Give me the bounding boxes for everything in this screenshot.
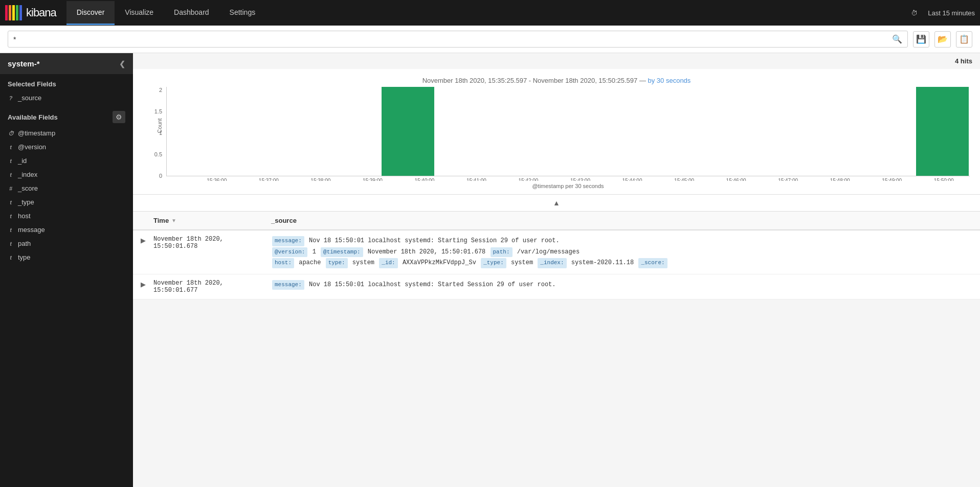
results-table: Time ▼ _source ▶ November 18th 2020, 15:… [133, 212, 980, 299]
field-type-icon-path: t [8, 241, 14, 247]
index-pattern: system-* ❮ [0, 53, 133, 74]
source-field-host-val: apache [299, 259, 324, 266]
nav-dashboard[interactable]: Dashboard [164, 1, 219, 25]
field-id[interactable]: t _id [0, 154, 133, 168]
field-type-icon-source: ? [8, 95, 14, 101]
time-column-label: Time [153, 217, 169, 224]
field-version[interactable]: t @version [0, 140, 133, 154]
bar-14[interactable] [916, 87, 969, 176]
source-field-type-val: system [352, 259, 378, 266]
field-type-icon-index: t [8, 172, 14, 178]
row-time-2: November 18th 2020, 15:50:01.677 [153, 280, 271, 294]
share-search-button[interactable]: 📋 [956, 31, 972, 48]
sidebar: system-* ❮ Selected Fields ? _source Ava… [0, 53, 133, 487]
time-range-label[interactable]: Last 15 minutes [928, 9, 975, 17]
source2-field-message-val: Nov 18 15:50:01 localhost systemd: Start… [309, 281, 555, 288]
col-source-header: _source [271, 217, 972, 224]
sidebar-collapse-button[interactable]: ❮ [119, 60, 125, 68]
logo-bar-4 [16, 5, 18, 20]
field-type-icon-message: t [8, 227, 14, 233]
y-label-2: 2 [159, 87, 162, 93]
selected-fields-header: Selected Fields [0, 74, 133, 91]
field-name-path: path [18, 240, 31, 247]
field-message[interactable]: t message [0, 223, 133, 237]
expand-row-2[interactable]: ▶ [141, 280, 153, 288]
field-type-icon-type: t [8, 199, 14, 205]
chart-interval-link[interactable]: by 30 seconds [648, 77, 691, 84]
nav-visualize[interactable]: Visualize [115, 1, 164, 25]
nav-items: Discover Visualize Dashboard Settings [66, 1, 911, 25]
source-field-ts-val: November 18th 2020, 15:50:01.678 [368, 248, 489, 256]
source-field-index-key: _index: [538, 258, 566, 268]
bar-slot-1 [221, 87, 274, 176]
table-row: ▶ November 18th 2020, 15:50:01.678 messa… [133, 230, 980, 274]
field-path[interactable]: t path [0, 237, 133, 250]
field-name-type: _type [18, 198, 34, 206]
kibana-logo: kibana [5, 5, 56, 20]
hits-bar: 4 hits [133, 53, 980, 69]
source-field-id-val: AXXaVPPkzMkFVdppJ_Sv [403, 259, 480, 266]
bar-4[interactable] [382, 87, 434, 176]
y-axis: 2 1.5 1 0.5 0 [143, 87, 166, 189]
bar-slot-5 [435, 87, 487, 176]
x-label-13: 15:49:00 [866, 178, 918, 181]
field-type-icon-type-bottom: t [8, 254, 14, 261]
bar-slot-8 [595, 87, 648, 176]
chart-container: November 18th 2020, 15:35:25.597 - Novem… [133, 69, 980, 195]
field-host[interactable]: t host [0, 209, 133, 223]
x-label-10: 15:46:00 [710, 178, 762, 181]
nav-discover[interactable]: Discover [66, 1, 115, 25]
nav-right: ⏱ Last 15 minutes [911, 9, 975, 17]
sort-icon: ▼ [171, 218, 176, 223]
field-index[interactable]: t _index [0, 168, 133, 181]
load-search-button[interactable]: 📂 [934, 31, 951, 48]
logo-text: kibana [26, 6, 56, 19]
y-label-0: 0 [159, 173, 162, 179]
logo-bar-5 [19, 5, 22, 20]
logo-bars [5, 5, 22, 20]
index-pattern-label: system-* [8, 59, 40, 68]
field-name-message: message [18, 226, 45, 234]
field-name-timestamp: @timestamp [18, 129, 55, 137]
save-search-button[interactable]: 💾 [913, 31, 929, 48]
field-score[interactable]: # _score [0, 181, 133, 195]
col-time-header[interactable]: Time ▼ [153, 217, 271, 224]
field-type-bottom[interactable]: t type [0, 250, 133, 264]
search-input-wrap: 🔍 [8, 31, 908, 48]
chart-collapse-button[interactable]: ▲ [133, 195, 980, 212]
bar-slot-12 [809, 87, 862, 176]
chart-x-title: @timestamp per 30 seconds [166, 183, 970, 189]
table-row: ▶ November 18th 2020, 15:50:01.677 messa… [133, 274, 980, 299]
x-label-4: 15:40:00 [398, 178, 451, 181]
available-fields-label: Available Fields [8, 113, 58, 121]
source-field-path-key: path: [491, 247, 513, 258]
field-type-icon-version: t [8, 144, 14, 150]
top-navigation: kibana Discover Visualize Dashboard Sett… [0, 0, 980, 26]
source-field-message-key: message: [272, 236, 304, 246]
logo-bar-1 [5, 5, 8, 20]
source-field-message-val: Nov 18 15:50:01 localhost systemd: Start… [309, 237, 560, 244]
bar-slot-9 [649, 87, 701, 176]
selected-field-source[interactable]: ? _source [0, 91, 133, 105]
nav-settings[interactable]: Settings [219, 1, 266, 25]
x-label-11: 15:47:00 [762, 178, 814, 181]
chart-title: November 18th 2020, 15:35:25.597 - Novem… [143, 77, 970, 84]
search-bar: 🔍 💾 📂 📋 [0, 26, 980, 53]
field-timestamp[interactable]: ⏱ @timestamp [0, 126, 133, 140]
field-name-type-bottom: type [18, 253, 31, 261]
expand-row-1[interactable]: ▶ [141, 236, 153, 244]
bar-slot-10 [702, 87, 755, 176]
field-type[interactable]: t _type [0, 195, 133, 209]
logo-bar-2 [9, 5, 11, 20]
source-field-version-val: 1 [313, 248, 320, 256]
search-button[interactable]: 🔍 [892, 34, 902, 44]
bar-slot-2 [275, 87, 327, 176]
fields-settings-button[interactable]: ⚙ [113, 111, 125, 123]
main-content: 4 hits November 18th 2020, 15:35:25.597 … [133, 53, 980, 487]
field-name-source: _source [18, 94, 41, 102]
search-input[interactable] [13, 35, 892, 43]
chart-separator: — [639, 77, 648, 84]
x-label-1: 15:37:00 [243, 178, 295, 181]
clock-icon: ⏱ [911, 9, 918, 17]
y-label-0-5: 0.5 [154, 151, 162, 157]
